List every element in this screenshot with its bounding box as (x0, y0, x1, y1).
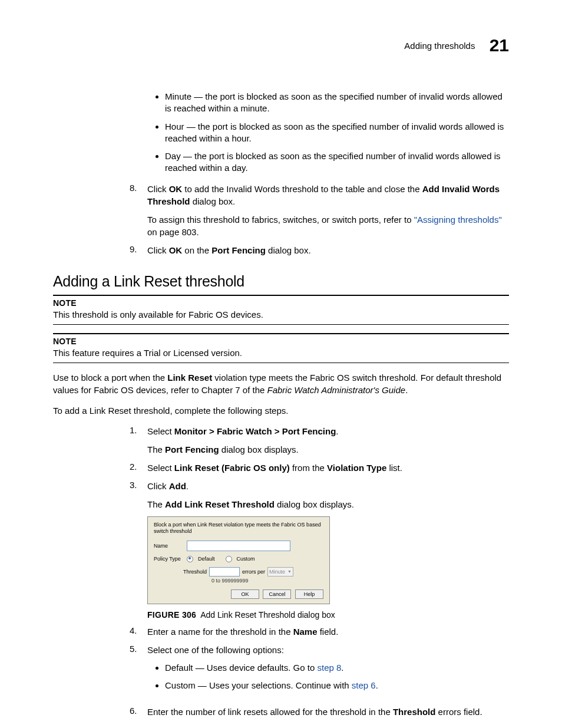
custom-radio[interactable] (226, 556, 232, 562)
dialog-description: Block a port when Link Reset violation t… (154, 522, 323, 535)
name-label: Name (154, 543, 183, 549)
field-name: Name (293, 627, 318, 637)
text: Enter a name for the threshold in the (147, 627, 293, 637)
divider (53, 363, 509, 363)
text: Click (147, 481, 169, 491)
button-name: Add (169, 481, 186, 491)
step-3: 3. Click Add. The Add Link Reset Thresho… (130, 480, 509, 510)
figure-caption: FIGURE 306 Add Link Reset Threshold dial… (147, 610, 509, 620)
dialog-name: Port Fencing (211, 245, 266, 255)
step-body: Enter a name for the threshold in the Na… (147, 625, 509, 638)
ok-button[interactable]: OK (231, 589, 259, 599)
text: To assign this threshold to fabrics, swi… (147, 215, 414, 225)
figure-block: Block a port when Link Reset violation t… (147, 516, 509, 620)
default-radio[interactable] (187, 556, 193, 562)
default-option-label: Default (198, 556, 215, 562)
ok-label: OK (169, 245, 183, 255)
text: The (147, 499, 165, 509)
note-body: This threshold is only available for Fab… (53, 309, 509, 321)
note-label: NOTE (53, 298, 509, 308)
divider (53, 295, 509, 296)
text: . (341, 663, 343, 673)
doc-title: Fabric Watch Administrator's Guide (267, 385, 406, 395)
note-body: This feature requires a Trial or License… (53, 347, 509, 359)
field-name: Threshold (393, 707, 436, 717)
option-name: Link Reset (Fabric OS only) (174, 463, 290, 473)
step-2: 2. Select Link Reset (Fabric OS only) fr… (130, 462, 509, 474)
step-9: 9. Click OK on the Port Fencing dialog b… (130, 244, 509, 256)
help-button[interactable]: Help (295, 589, 323, 599)
text: . (405, 385, 408, 395)
threshold-input[interactable] (209, 567, 240, 577)
desc: — the port is blocked as soon as the spe… (165, 91, 503, 113)
assigning-thresholds-link[interactable]: "Assigning thresholds" (414, 215, 502, 225)
text: . (186, 481, 189, 491)
text: . (376, 680, 378, 690)
figure-text: Add Link Reset Threshold dialog box (200, 610, 335, 620)
range-hint: 0 to 999999999 (211, 578, 323, 584)
text: dialog box. (266, 245, 311, 255)
step-body: Select Monitor > Fabric Watch > Port Fen… (147, 425, 509, 456)
step-sub: To assign this threshold to fabrics, swi… (147, 213, 509, 238)
name-input[interactable] (187, 541, 290, 551)
menu-path: Monitor > Fabric Watch > Port Fencing (174, 426, 336, 436)
text: field. (318, 627, 339, 637)
step-6-link[interactable]: step 6 (352, 680, 376, 690)
term: Custom (165, 680, 196, 690)
running-header: Adding thresholds 21 (53, 35, 509, 55)
step-number: 5. (130, 644, 147, 700)
add-link-reset-threshold-dialog: Block a port when Link Reset violation t… (147, 516, 330, 604)
step-1: 1. Select Monitor > Fabric Watch > Port … (130, 425, 509, 456)
dialog-button-row: OK Cancel Help (154, 589, 323, 599)
list-item: Default — Uses device defaults. Go to st… (165, 662, 509, 674)
step-body: Click OK to add the Invalid Words thresh… (147, 183, 509, 238)
note-label: NOTE (53, 337, 509, 346)
figure-label: FIGURE 306 (147, 610, 196, 620)
text: Select one of the following options: (147, 645, 284, 655)
text: Click (147, 184, 169, 194)
text: Enter the number of link resets allowed … (147, 707, 393, 717)
step-number: 9. (130, 244, 147, 256)
step-sub: The Add Link Reset Threshold dialog box … (147, 498, 509, 510)
step-body: Click Add. The Add Link Reset Threshold … (147, 480, 509, 510)
chevron-down-icon: ▼ (287, 569, 292, 574)
dialog-name: Port Fencing (165, 444, 219, 454)
text: The (147, 444, 165, 454)
step-8-link[interactable]: step 8 (317, 663, 341, 673)
custom-option-label: Custom (237, 556, 255, 562)
text: from the (290, 463, 327, 473)
step-number: 2. (130, 462, 147, 474)
step-body: Select one of the following options: Def… (147, 644, 509, 700)
desc: — Uses your selections. Continue with (196, 680, 352, 690)
dialog-name: Add Link Reset Threshold (165, 499, 275, 509)
chapter-number: 21 (490, 35, 509, 55)
cancel-button[interactable]: Cancel (263, 589, 291, 599)
text: dialog box displays. (275, 499, 354, 509)
divider (53, 324, 509, 325)
text: list. (386, 463, 402, 473)
ok-label: OK (169, 184, 183, 194)
text: dialog box displays. (219, 444, 299, 454)
desc: — Uses device defaults. Go to (193, 663, 318, 673)
step-number: 1. (130, 425, 147, 456)
step-number: 8. (130, 183, 147, 238)
text: errors field. (435, 707, 482, 717)
step-number: 6. (130, 706, 147, 718)
desc: — the port is blocked as soon as the spe… (165, 151, 500, 173)
threshold-label: Threshold (183, 569, 207, 575)
step-body: Enter the number of link resets allowed … (147, 706, 509, 718)
text: Use to block a port when the (53, 373, 167, 383)
step-body: Click OK on the Port Fencing dialog box. (147, 244, 509, 256)
text: . (336, 426, 338, 436)
text: on the (182, 245, 211, 255)
text: to add the Invalid Words threshold to th… (182, 184, 422, 194)
list-item: Minute — the port is blocked as soon as … (165, 91, 509, 115)
desc: — the port is blocked as soon as the spe… (165, 121, 504, 143)
policy-type-label: Policy Type (154, 556, 183, 562)
time-unit-dropdown[interactable]: Minute ▼ (267, 567, 293, 577)
term: Hour (165, 121, 184, 131)
policy-type-row: Policy Type Default Custom (154, 556, 323, 562)
dropdown-value: Minute (269, 569, 285, 575)
term: Day (165, 151, 181, 161)
intro-paragraph: Use to block a port when the Link Reset … (53, 371, 509, 396)
